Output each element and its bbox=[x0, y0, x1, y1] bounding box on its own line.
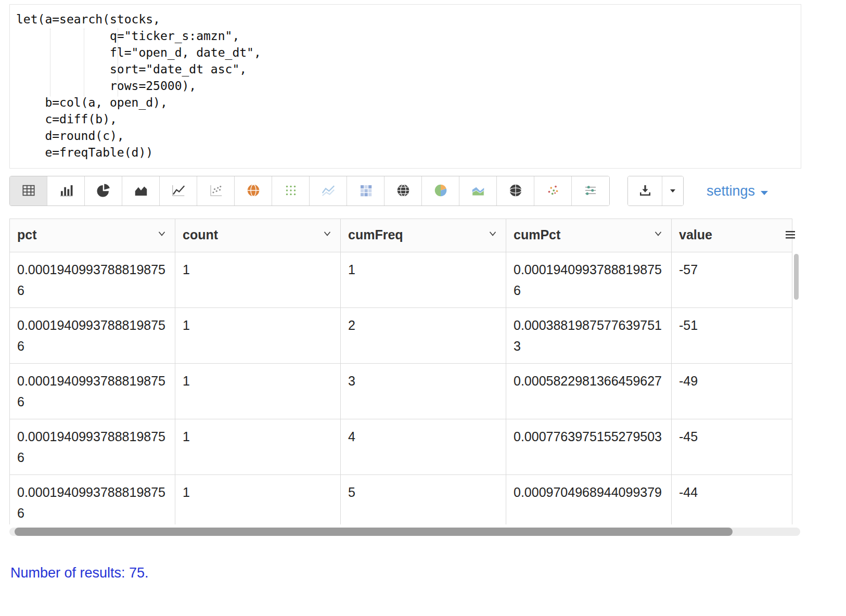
globe-dark-icon bbox=[395, 183, 411, 200]
column-label: pct bbox=[17, 227, 37, 242]
heatmap-icon bbox=[358, 183, 374, 200]
cell-pct: 0.00019409937888198756 bbox=[10, 252, 175, 308]
viz-globe2-button[interactable] bbox=[497, 176, 534, 206]
column-label: count bbox=[183, 227, 218, 242]
horizontal-scrollbar[interactable] bbox=[9, 528, 800, 536]
results-table: pct count cumFreq cumPct value 0.0001940… bbox=[9, 219, 800, 524]
viz-area-chart-button[interactable] bbox=[122, 176, 160, 206]
cell-value: -44 bbox=[672, 475, 792, 525]
viz-globe-button[interactable] bbox=[384, 176, 422, 206]
viz-scatter-plot-button[interactable] bbox=[197, 176, 235, 206]
settings-label: settings bbox=[707, 183, 755, 199]
cell-count: 1 bbox=[175, 419, 341, 475]
globe2-dark-icon bbox=[508, 183, 523, 200]
caret-down-icon bbox=[760, 183, 768, 199]
cell-cumfreq: 3 bbox=[341, 364, 506, 419]
chevron-down-icon[interactable] bbox=[487, 227, 498, 242]
indent-guide bbox=[50, 29, 50, 96]
indent-guide bbox=[118, 29, 118, 96]
cell-count: 1 bbox=[175, 475, 341, 525]
cell-value: -51 bbox=[672, 308, 792, 364]
dot-grid-icon bbox=[283, 183, 299, 200]
viz-area-color-button[interactable] bbox=[459, 176, 497, 206]
cell-value: -45 bbox=[672, 419, 792, 475]
bar-chart-icon bbox=[58, 183, 74, 200]
code-text: let(a=search(stocks, q="ticker_s:amzn", … bbox=[16, 11, 796, 161]
download-button[interactable] bbox=[628, 176, 662, 206]
code-editor[interactable]: let(a=search(stocks, q="ticker_s:amzn", … bbox=[9, 4, 801, 169]
table-header-row: pct count cumFreq cumPct value bbox=[10, 219, 792, 252]
column-header-count[interactable]: count bbox=[175, 219, 341, 252]
viz-map-orange-button[interactable] bbox=[235, 176, 272, 206]
cell-cumpct: 0.0009704968944099379 bbox=[506, 475, 672, 525]
scatter-color-icon bbox=[545, 183, 561, 200]
multi-line-icon bbox=[321, 183, 336, 200]
viz-sliders-button[interactable] bbox=[572, 176, 609, 206]
viz-multi-line-button[interactable] bbox=[310, 176, 347, 206]
viz-dot-grid-button[interactable] bbox=[272, 176, 310, 206]
table-icon bbox=[21, 183, 36, 200]
cell-cumpct: 0.0005822981366459627 bbox=[506, 364, 672, 419]
cell-count: 1 bbox=[175, 364, 341, 419]
area-chart-icon bbox=[133, 183, 149, 200]
pie-color-icon bbox=[433, 183, 448, 200]
visualization-toolbar: settings bbox=[9, 176, 846, 206]
cell-pct: 0.00019409937888198756 bbox=[10, 364, 175, 419]
pie-chart-icon bbox=[96, 183, 111, 200]
viz-bar-chart-button[interactable] bbox=[47, 176, 85, 206]
cell-cumfreq: 1 bbox=[341, 252, 506, 308]
table-row: 0.00019409937888198756 1 4 0.00077639751… bbox=[10, 419, 792, 475]
line-chart-icon bbox=[171, 183, 186, 200]
horizontal-scrollbar-thumb[interactable] bbox=[15, 528, 733, 536]
viz-heatmap-button[interactable] bbox=[347, 176, 384, 206]
column-label: value bbox=[679, 227, 712, 242]
scatter-plot-icon bbox=[208, 183, 224, 200]
cell-cumfreq: 2 bbox=[341, 308, 506, 364]
column-header-cumfreq[interactable]: cumFreq bbox=[341, 219, 506, 252]
area-color-icon bbox=[470, 183, 486, 200]
viz-pie-color-button[interactable] bbox=[422, 176, 459, 206]
cell-value: -49 bbox=[672, 364, 792, 419]
indent-guide bbox=[84, 29, 84, 96]
table-row: 0.00019409937888198756 1 1 0.00019409937… bbox=[10, 252, 792, 308]
table-row: 0.00019409937888198756 1 5 0.00097049689… bbox=[10, 475, 792, 525]
cell-count: 1 bbox=[175, 252, 341, 308]
chevron-down-icon[interactable] bbox=[652, 227, 664, 242]
viz-line-chart-button[interactable] bbox=[160, 176, 197, 206]
column-header-value[interactable]: value bbox=[672, 219, 792, 252]
download-options-button[interactable] bbox=[662, 176, 683, 206]
vertical-scrollbar[interactable] bbox=[792, 253, 800, 523]
caret-down-icon bbox=[666, 184, 679, 198]
chevron-down-icon[interactable] bbox=[322, 227, 333, 242]
sliders-icon bbox=[583, 183, 598, 200]
cell-count: 1 bbox=[175, 308, 341, 364]
settings-button[interactable]: settings bbox=[703, 183, 772, 200]
table-row: 0.00019409937888198756 1 3 0.00058229813… bbox=[10, 364, 792, 419]
viz-table-button[interactable] bbox=[10, 176, 47, 206]
cell-pct: 0.00019409937888198756 bbox=[10, 475, 175, 525]
column-header-pct[interactable]: pct bbox=[10, 219, 175, 252]
column-label: cumPct bbox=[514, 227, 560, 242]
cell-cumpct: 0.0007763975155279503 bbox=[506, 419, 672, 475]
results-count: Number of results: 75. bbox=[10, 565, 846, 581]
table-row: 0.00019409937888198756 1 2 0.00038819875… bbox=[10, 308, 792, 364]
cell-cumpct: 0.00019409937888198756 bbox=[506, 252, 672, 308]
cell-cumpct: 0.00038819875776397513 bbox=[506, 308, 672, 364]
column-header-cumpct[interactable]: cumPct bbox=[506, 219, 672, 252]
chart-type-group bbox=[9, 176, 610, 206]
cell-pct: 0.00019409937888198756 bbox=[10, 419, 175, 475]
download-icon bbox=[637, 183, 653, 200]
cell-pct: 0.00019409937888198756 bbox=[10, 308, 175, 364]
download-group bbox=[627, 176, 684, 206]
hamburger-menu-icon bbox=[784, 235, 797, 242]
vertical-scrollbar-thumb[interactable] bbox=[794, 254, 799, 300]
globe-orange-icon bbox=[246, 183, 261, 200]
cell-cumfreq: 4 bbox=[341, 419, 506, 475]
chevron-down-icon[interactable] bbox=[156, 227, 168, 242]
column-label: cumFreq bbox=[348, 227, 403, 242]
cell-value: -57 bbox=[672, 252, 792, 308]
table-menu-button[interactable] bbox=[783, 228, 798, 242]
cell-cumfreq: 5 bbox=[341, 475, 506, 525]
viz-pie-chart-button[interactable] bbox=[85, 176, 122, 206]
viz-scatter-color-button[interactable] bbox=[534, 176, 572, 206]
